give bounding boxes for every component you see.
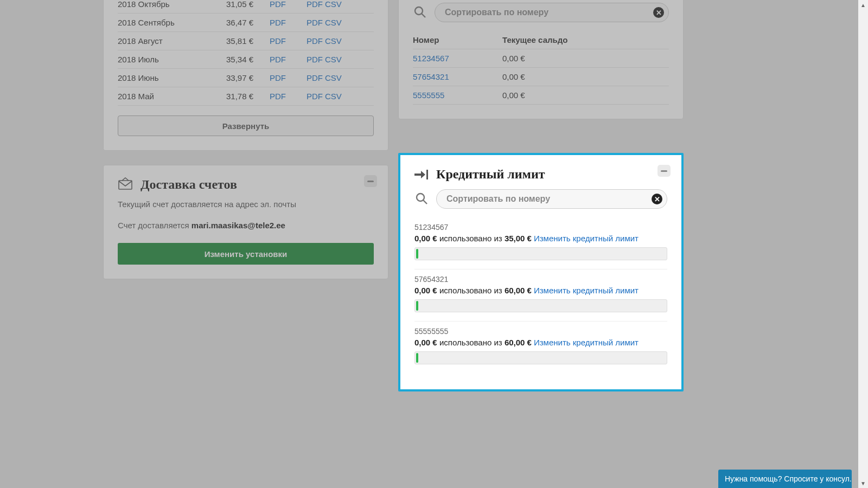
invoice-row: 2018 Июль35,34 €PDFPDFCSV bbox=[118, 50, 374, 69]
invoice-period: 2018 Сентябрь bbox=[118, 14, 226, 32]
invoice-pdf2-link[interactable]: PDF bbox=[307, 73, 323, 82]
credit-limit-item: 555555550,00 € использовано из 60,00 €Из… bbox=[414, 322, 667, 373]
invoice-amount: 33,97 € bbox=[226, 69, 270, 87]
invoice-pdf-link[interactable]: PDF bbox=[270, 92, 286, 101]
delivery-title: Доставка счетов bbox=[141, 177, 237, 192]
credit-number: 57654321 bbox=[414, 275, 667, 284]
credit-search[interactable]: ✕ bbox=[436, 189, 667, 209]
delivery-line2: Счет доставляется mari.maasikas@tele2.ee bbox=[118, 221, 374, 230]
svg-rect-0 bbox=[119, 181, 132, 189]
svg-line-5 bbox=[423, 200, 427, 204]
credit-arrow-icon bbox=[414, 169, 429, 181]
invoice-amount: 35,81 € bbox=[226, 32, 270, 50]
balance-number-link[interactable]: 51234567 bbox=[413, 54, 449, 63]
balance-table: Номер Текущее сальдо 512345670,00 €57654… bbox=[413, 31, 669, 105]
invoice-pdf2-link[interactable]: PDF bbox=[307, 0, 323, 9]
invoice-amount: 31,05 € bbox=[226, 0, 270, 14]
envelope-icon bbox=[118, 177, 133, 192]
balance-search-input[interactable] bbox=[445, 8, 647, 17]
invoice-row: 2018 Август35,81 €PDFPDFCSV bbox=[118, 32, 374, 50]
invoice-row: 2018 Июнь33,97 €PDFPDFCSV bbox=[118, 69, 374, 87]
invoice-pdf-link[interactable]: PDF bbox=[270, 0, 286, 9]
scroll-down-icon[interactable]: ▼ bbox=[858, 478, 868, 488]
credit-number: 55555555 bbox=[414, 327, 667, 336]
balance-col-number: Номер bbox=[413, 31, 502, 49]
clear-search-icon[interactable]: ✕ bbox=[652, 194, 662, 204]
credit-limit-item: 512345670,00 € использовано из 35,00 €Из… bbox=[414, 217, 667, 269]
invoice-row: 2018 Сентябрь36,47 €PDFPDFCSV bbox=[118, 14, 374, 32]
credit-progress bbox=[414, 247, 667, 260]
invoice-csv-link[interactable]: CSV bbox=[325, 55, 342, 64]
credit-usage-line: 0,00 € использовано из 60,00 €Изменить к… bbox=[414, 338, 667, 347]
balance-col-balance: Текущее сальдо bbox=[502, 31, 669, 49]
credit-search-input[interactable] bbox=[446, 194, 645, 204]
svg-rect-3 bbox=[426, 170, 428, 179]
scrollbar[interactable]: ▲ ▼ bbox=[858, 0, 868, 488]
credit-limit-item: 576543210,00 € использовано из 60,00 €Из… bbox=[414, 269, 667, 322]
invoice-pdf2-link[interactable]: PDF bbox=[307, 18, 323, 27]
invoice-pdf-link[interactable]: PDF bbox=[270, 73, 286, 82]
invoice-pdf2-link[interactable]: PDF bbox=[307, 55, 323, 64]
invoice-pdf2-link[interactable]: PDF bbox=[307, 36, 323, 46]
balance-search[interactable]: ✕ bbox=[435, 3, 669, 22]
balance-row: 55555550,00 € bbox=[413, 86, 669, 105]
search-icon bbox=[414, 191, 429, 207]
invoice-period: 2018 Август bbox=[118, 32, 226, 50]
balance-number-link[interactable]: 57654321 bbox=[413, 72, 449, 81]
svg-point-1 bbox=[415, 7, 423, 15]
invoice-amount: 31,78 € bbox=[226, 87, 270, 106]
expand-invoices-button[interactable]: Развернуть bbox=[118, 115, 374, 136]
credit-number: 51234567 bbox=[414, 223, 667, 232]
invoice-csv-link[interactable]: CSV bbox=[325, 92, 342, 101]
credit-usage-line: 0,00 € использовано из 60,00 €Изменить к… bbox=[414, 286, 667, 295]
balance-row: 512345670,00 € bbox=[413, 49, 669, 68]
balance-value: 0,00 € bbox=[502, 86, 669, 105]
svg-point-4 bbox=[417, 194, 424, 201]
svg-line-2 bbox=[422, 14, 425, 17]
delivery-card: Доставка счетов Текущий счет доставляетс… bbox=[103, 165, 388, 279]
invoice-pdf-link[interactable]: PDF bbox=[270, 55, 286, 64]
delivery-line2-prefix: Счет доставляется bbox=[118, 221, 192, 230]
invoice-pdf-link[interactable]: PDF bbox=[270, 36, 286, 46]
collapse-icon[interactable] bbox=[364, 175, 377, 187]
delivery-email: mari.maasikas@tele2.ee bbox=[192, 221, 285, 230]
search-icon bbox=[413, 5, 427, 21]
invoice-pdf-link[interactable]: PDF bbox=[270, 18, 286, 27]
balance-number-link[interactable]: 5555555 bbox=[413, 91, 444, 100]
credit-progress bbox=[414, 351, 667, 364]
balance-row: 576543210,00 € bbox=[413, 68, 669, 86]
invoice-csv-link[interactable]: CSV bbox=[325, 73, 342, 82]
invoice-pdf2-link[interactable]: PDF bbox=[307, 92, 323, 101]
delivery-line1: Текущий счет доставляется на адрес эл. п… bbox=[118, 200, 374, 209]
invoice-row: 2018 Май31,78 €PDFPDFCSV bbox=[118, 87, 374, 106]
clear-search-icon[interactable]: ✕ bbox=[653, 7, 664, 18]
invoice-csv-link[interactable]: CSV bbox=[325, 36, 342, 46]
invoice-amount: 35,34 € bbox=[226, 50, 270, 69]
balance-card: ✕ Номер Текущее сальдо 512345670,00 €576… bbox=[398, 0, 684, 119]
credit-limit-card: Кредитный лимит ✕ 512345670,00 € использ… bbox=[398, 153, 684, 391]
invoices-table: 2018 Октябрь31,05 €PDFPDFCSV2018 Сентябр… bbox=[118, 0, 374, 106]
change-credit-link[interactable]: Изменить кредитный лимит bbox=[534, 234, 639, 243]
invoices-card: 2018 Октябрь31,05 €PDFPDFCSV2018 Сентябр… bbox=[103, 0, 388, 151]
balance-value: 0,00 € bbox=[502, 68, 669, 86]
balance-value: 0,00 € bbox=[502, 49, 669, 68]
collapse-icon[interactable] bbox=[658, 165, 671, 177]
invoice-period: 2018 Май bbox=[118, 87, 226, 106]
invoice-period: 2018 Июнь bbox=[118, 69, 226, 87]
credit-title: Кредитный лимит bbox=[436, 167, 545, 182]
credit-usage-line: 0,00 € использовано из 35,00 €Изменить к… bbox=[414, 234, 667, 243]
invoice-amount: 36,47 € bbox=[226, 14, 270, 32]
invoice-csv-link[interactable]: CSV bbox=[325, 18, 342, 27]
invoice-csv-link[interactable]: CSV bbox=[325, 0, 342, 9]
help-chat-tab[interactable]: Нужна помощь? Спросите у консул... bbox=[718, 470, 852, 488]
credit-progress bbox=[414, 299, 667, 312]
change-credit-link[interactable]: Изменить кредитный лимит bbox=[534, 286, 639, 295]
change-credit-link[interactable]: Изменить кредитный лимит bbox=[534, 338, 639, 347]
invoice-period: 2018 Июль bbox=[118, 50, 226, 69]
change-delivery-button[interactable]: Изменить установки bbox=[118, 243, 374, 265]
invoice-row: 2018 Октябрь31,05 €PDFPDFCSV bbox=[118, 0, 374, 14]
scroll-up-icon[interactable]: ▲ bbox=[858, 0, 868, 10]
invoice-period: 2018 Октябрь bbox=[118, 0, 226, 14]
